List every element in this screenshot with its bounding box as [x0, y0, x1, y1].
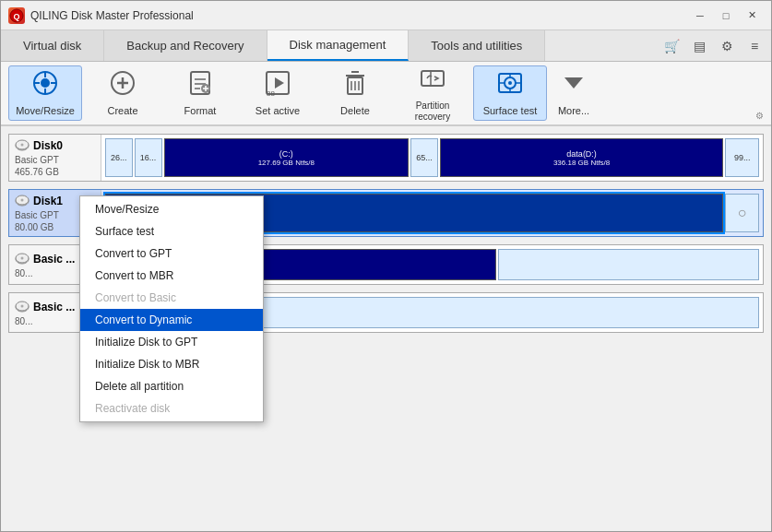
move-resize-label: Move/Resize [16, 105, 75, 117]
disk2-name: Basic ... [33, 253, 75, 266]
ctx-move-resize[interactable]: Move/Resize [80, 198, 263, 220]
toolbar-corner: ⚙ [755, 111, 764, 121]
more-label: More... [558, 105, 589, 117]
disk0-icon [15, 138, 30, 153]
disk1-part2[interactable]: ○ [725, 194, 759, 232]
nav-icons: 🛒 ▤ ⚙ ≡ [659, 30, 771, 61]
disk0-row: Disk0 Basic GPT 465.76 GB 26... 16... (C… [8, 134, 764, 182]
tab-virtual-disk[interactable]: Virtual disk [1, 30, 104, 61]
disk0-part6[interactable]: 99... [725, 138, 759, 177]
delete-icon [340, 68, 370, 102]
toolbar-delete[interactable]: Delete [318, 65, 392, 121]
ctx-convert-dynamic[interactable]: Convert to Dynamic [80, 309, 263, 331]
window-controls: ─ □ ✕ [688, 6, 764, 25]
format-label: Format [184, 105, 217, 117]
disk1-name: Disk1 [33, 195, 63, 207]
ctx-convert-mbr[interactable]: Convert to MBR [80, 265, 263, 287]
tab-disk-management[interactable]: Disk management [267, 30, 410, 61]
svg-text:88: 88 [267, 89, 275, 98]
svg-marker-36 [564, 77, 583, 89]
svg-point-48 [21, 304, 24, 307]
surface-test-icon [495, 68, 525, 102]
partition-recovery-label: Partition recovery [399, 100, 466, 123]
disk0-info: Disk0 Basic GPT 465.76 GB [9, 135, 101, 181]
ctx-init-gpt[interactable]: Initialize Disk to GPT [80, 331, 263, 353]
svg-point-42 [21, 199, 24, 202]
disk0-name: Disk0 [33, 139, 63, 152]
toolbar-more[interactable]: More... [551, 65, 597, 121]
delete-label: Delete [340, 105, 370, 117]
disk2-part2[interactable] [498, 249, 759, 280]
list-icon-button[interactable]: ▤ [686, 33, 712, 59]
create-label: Create [107, 105, 137, 117]
ctx-reactivate: Reactivate disk [80, 397, 263, 420]
tab-backup-recovery[interactable]: Backup and Recovery [104, 30, 267, 61]
svg-marker-19 [275, 77, 284, 89]
toolbar-format[interactable]: Format [163, 65, 237, 121]
svg-point-45 [21, 256, 24, 259]
toolbar: Move/Resize Create Format [1, 62, 771, 126]
disk0-partitions: 26... 16... (C:) 127.69 GB Ntfs/8 65... … [101, 135, 763, 181]
disk0-part2[interactable]: 16... [135, 138, 162, 177]
disk2-icon [15, 252, 30, 266]
svg-rect-27 [422, 71, 444, 86]
context-menu: Move/Resize Surface test Convert to GPT … [79, 195, 264, 422]
disk3-name: Basic ... [33, 301, 75, 313]
svg-point-39 [21, 144, 24, 147]
svg-text:Q: Q [13, 12, 19, 21]
toolbar-create[interactable]: Create [86, 65, 160, 121]
toolbar-move-resize[interactable]: Move/Resize [8, 65, 82, 121]
toolbar-partition-recovery[interactable]: Partition recovery [396, 65, 469, 121]
ctx-convert-gpt[interactable]: Convert to GPT [80, 242, 263, 265]
disk1-icon [15, 194, 30, 208]
close-button[interactable]: ✕ [740, 6, 764, 25]
disk0-type: Basic GPT [15, 155, 95, 165]
move-resize-icon [30, 68, 60, 102]
ctx-delete-partition[interactable]: Delete all partition [80, 375, 263, 397]
disk0-part4[interactable]: 65... [410, 138, 438, 177]
partition-recovery-icon [418, 64, 447, 98]
more-icon [559, 68, 588, 102]
app-icon: Q [8, 7, 25, 24]
disk0-part1[interactable]: 26... [105, 138, 133, 177]
ctx-init-mbr[interactable]: Initialize Disk to MBR [80, 353, 263, 375]
set-active-label: Set active [255, 105, 300, 117]
nav-tabs: Virtual disk Backup and Recovery Disk ma… [1, 30, 771, 62]
disk0-part-c[interactable]: (C:) 127.69 GB Ntfs/8 [164, 138, 410, 177]
toolbar-surface-test[interactable]: Surface test [473, 65, 547, 121]
ctx-surface-test[interactable]: Surface test [80, 220, 263, 242]
main-content: Disk0 Basic GPT 465.76 GB 26... 16... (C… [1, 126, 771, 532]
set-active-icon: 88 [263, 68, 292, 102]
surface-test-label: Surface test [483, 105, 538, 117]
settings-icon-button[interactable]: ⚙ [714, 33, 740, 59]
create-icon [108, 68, 137, 102]
maximize-button[interactable]: □ [714, 6, 738, 25]
svg-point-3 [41, 78, 50, 88]
tab-tools-utilities[interactable]: Tools and utilities [409, 30, 545, 61]
disk0-part-d[interactable]: data(D:) 336.18 GB Ntfs/8 [440, 138, 723, 177]
menu-icon-button[interactable]: ≡ [742, 33, 767, 59]
toolbar-set-active[interactable]: 88 Set active [241, 65, 315, 121]
title-bar: Q QILING Disk Master Professional ─ □ ✕ [1, 1, 771, 30]
minimize-button[interactable]: ─ [688, 6, 712, 25]
app-title: QILING Disk Master Professional [30, 9, 688, 22]
format-icon [185, 68, 215, 102]
disk0-size: 465.76 GB [15, 167, 95, 177]
disk3-icon [15, 300, 30, 314]
ctx-convert-basic: Convert to Basic [80, 287, 263, 309]
svg-point-31 [508, 81, 512, 85]
cart-icon-button[interactable]: 🛒 [659, 33, 684, 59]
